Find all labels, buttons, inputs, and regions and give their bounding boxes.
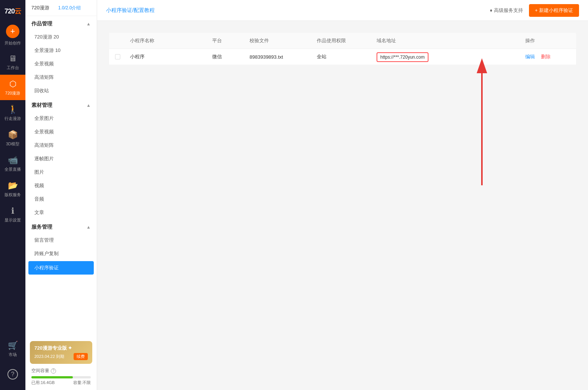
th-platform: 平台 xyxy=(212,37,250,44)
header-actions: ♦ 高级服务支持 + 新建小程序验证 xyxy=(490,4,579,17)
pro-card-title: 720漫游专业版 ✦ xyxy=(34,345,88,352)
th-checkbox xyxy=(115,37,130,44)
nav-item-create[interactable]: + 开始创作 xyxy=(0,22,25,48)
breadcrumb-link[interactable]: 小程序验证/配置教程 xyxy=(106,7,155,14)
panorama-badge: 10 xyxy=(55,47,61,53)
nav-item-workbench[interactable]: 🖥 工作台 xyxy=(0,49,25,75)
nav-label-720tour: 720漫游 xyxy=(5,90,20,96)
nav-item-display[interactable]: ℹ 显示设置 xyxy=(0,202,25,227)
works-label: 作品管理 xyxy=(31,21,52,27)
main-content: 小程序验证/配置教程 ♦ 高级服务支持 + 新建小程序验证 小程序名称 平台 校… xyxy=(97,0,588,390)
storage-bar xyxy=(31,376,91,378)
sidebar-item-timelapse[interactable]: 逐帧图片 xyxy=(25,152,97,165)
table-area: 小程序名称 平台 校验文件 作品使用权限 域名地址 操作 小程序 微信 8983… xyxy=(97,21,588,390)
sidebar-item-720tour[interactable]: 720漫游 20 xyxy=(25,30,97,44)
pro-card: 720漫游专业版 ✦ 2023.04.22 到期 续费 xyxy=(30,341,92,364)
nav-label-workbench: 工作台 xyxy=(7,65,19,71)
sidebar-item-image[interactable]: 图片 xyxy=(25,165,97,179)
sidebar-item-audio[interactable]: 音频 xyxy=(25,192,97,206)
row-verify-file: 8983939893.txt xyxy=(250,54,317,60)
create-icon: + xyxy=(6,25,19,38)
nav-label-create: 开始创作 xyxy=(4,40,21,46)
th-name: 小程序名称 xyxy=(130,37,212,44)
walk-icon: 🚶 xyxy=(8,105,18,114)
720tour-icon: ⬡ xyxy=(9,79,16,89)
storage-bar-fill xyxy=(31,376,73,378)
row-usage: 全站 xyxy=(317,53,377,60)
sidebar-topbar: 720漫游 1.0/2.0介绍 xyxy=(25,0,97,16)
sidebar-item-panorama-vid[interactable]: 全景视频 xyxy=(25,125,97,139)
nav-item-live[interactable]: 📹 全景直播 xyxy=(0,151,25,176)
th-action: 操作 xyxy=(525,37,570,44)
nav-item-copyright[interactable]: 📂 版权服务 xyxy=(0,176,25,202)
service-label: 服务管理 xyxy=(31,224,52,230)
sidebar-item-recycle[interactable]: 回收站 xyxy=(25,84,97,98)
th-verify-file: 校验文件 xyxy=(250,37,317,44)
nav-label-3dmodel: 3D模型 xyxy=(6,141,19,147)
nav-item-walk[interactable]: 🚶 行走漫游 xyxy=(0,100,25,126)
sidebar-item-mini-verify[interactable]: 小程序验证 xyxy=(28,261,94,275)
nav-item-market[interactable]: 🛒 市场 xyxy=(0,336,25,362)
sidebar-item-panorama-video[interactable]: 全景视频 xyxy=(25,57,97,71)
nav-label-copyright: 版权服务 xyxy=(4,192,21,198)
icon-nav: 720云 + 开始创作 🖥 工作台 ⬡ 720漫游 🚶 行走漫游 📦 3D模型 … xyxy=(0,0,25,390)
sidebar-item-video[interactable]: 视频 xyxy=(25,179,97,192)
th-usage: 作品使用权限 xyxy=(317,37,377,44)
arrow-annotation xyxy=(321,43,530,200)
row-actions: 编辑 删除 xyxy=(525,53,570,60)
delete-link[interactable]: 删除 xyxy=(541,54,551,59)
logo: 720云 xyxy=(0,0,25,22)
sidebar: 720漫游 1.0/2.0介绍 作品管理 ▲ 720漫游 20 全景漫游 10 … xyxy=(25,0,97,390)
works-arrow: ▲ xyxy=(86,21,91,27)
nav-item-720tour[interactable]: ⬡ 720漫游 xyxy=(0,75,25,100)
nav-item-help[interactable]: ? xyxy=(0,362,25,387)
row-domain: https://***.720yun.com xyxy=(377,54,525,60)
storage-section: 空间容量 ? 已用:16.4GB 容量:不限 xyxy=(30,368,92,386)
pro-card-date: 2023.04.22 到期 续费 xyxy=(34,353,88,360)
premium-support[interactable]: ♦ 高级服务支持 xyxy=(490,7,523,14)
nav-label-market: 市场 xyxy=(9,352,17,358)
sidebar-item-message[interactable]: 留言管理 xyxy=(25,233,97,247)
sidebar-item-hd-matrix[interactable]: 高清矩阵 xyxy=(25,71,97,84)
workbench-icon: 🖥 xyxy=(9,54,17,64)
logo-text: 720云 xyxy=(4,7,21,16)
storage-info: 已用:16.4GB 容量:不限 xyxy=(31,380,91,386)
main-header: 小程序验证/配置教程 ♦ 高级服务支持 + 新建小程序验证 xyxy=(97,0,588,21)
new-mini-verify-button[interactable]: + 新建小程序验证 xyxy=(529,4,579,17)
materials-label: 素材管理 xyxy=(31,102,52,109)
sidebar-bottom: 720漫游专业版 ✦ 2023.04.22 到期 续费 空间容量 ? 已用:16… xyxy=(25,337,97,390)
nav-label-live: 全景直播 xyxy=(4,167,21,172)
nav-label-walk: 行走漫游 xyxy=(4,116,21,121)
breadcrumb: 小程序验证/配置教程 xyxy=(106,7,155,14)
nav-item-3dmodel[interactable]: 📦 3D模型 xyxy=(0,126,25,151)
table-row: 小程序 微信 8983939893.txt 全站 https://***.720… xyxy=(109,49,576,65)
copyright-icon: 📂 xyxy=(8,181,18,191)
720tour-badge: 20 xyxy=(53,34,59,40)
checkbox-input[interactable] xyxy=(115,54,120,59)
live-icon: 📹 xyxy=(8,155,18,165)
version-link[interactable]: 1.0/2.0介绍 xyxy=(58,5,81,11)
sidebar-item-article[interactable]: 文章 xyxy=(25,206,97,219)
storage-help-icon[interactable]: ? xyxy=(51,368,56,374)
sidebar-item-hd-mat[interactable]: 高清矩阵 xyxy=(25,139,97,152)
sidebar-item-panorama[interactable]: 全景漫游 10 xyxy=(25,44,97,57)
section-title-materials: 素材管理 ▲ xyxy=(25,98,97,112)
service-arrow: ▲ xyxy=(86,225,91,230)
renew-button[interactable]: 续费 xyxy=(74,353,88,360)
3dmodel-icon: 📦 xyxy=(8,130,18,140)
nav-label-display: 显示设置 xyxy=(4,217,21,223)
th-domain: 域名地址 xyxy=(377,37,525,44)
row-checkbox[interactable] xyxy=(115,54,130,59)
section-title-works: 作品管理 ▲ xyxy=(25,16,97,30)
storage-label: 空间容量 ? xyxy=(31,368,91,374)
edit-link[interactable]: 编辑 xyxy=(525,54,535,59)
display-icon: ℹ xyxy=(11,206,14,216)
sidebar-item-copy-account[interactable]: 跨账户复制 xyxy=(25,247,97,260)
row-platform: 微信 xyxy=(212,53,250,60)
diamond-icon: ♦ xyxy=(490,7,492,13)
materials-arrow: ▲ xyxy=(86,103,91,108)
help-icon: ? xyxy=(7,369,18,380)
table-header: 小程序名称 平台 校验文件 作品使用权限 域名地址 操作 xyxy=(109,33,576,49)
sidebar-item-panorama-img[interactable]: 全景图片 xyxy=(25,112,97,125)
section-title-service: 服务管理 ▲ xyxy=(25,219,97,233)
